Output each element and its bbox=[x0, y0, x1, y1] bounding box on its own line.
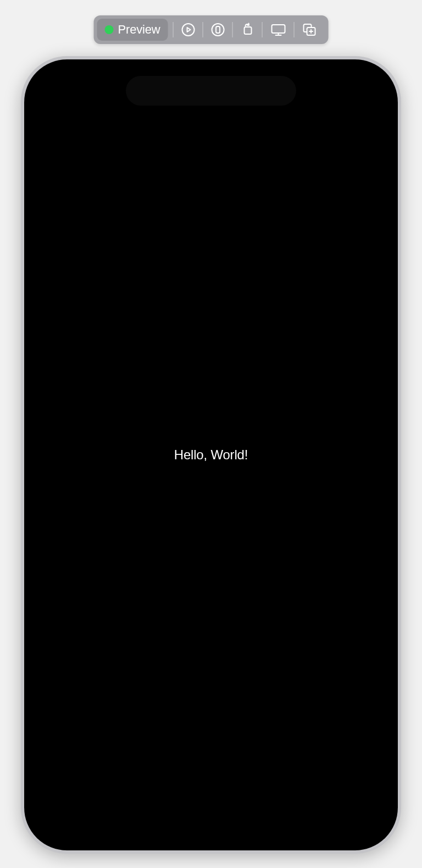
svg-rect-4 bbox=[271, 25, 285, 33]
device-screen[interactable]: Hello, World! bbox=[24, 59, 398, 850]
svg-rect-3 bbox=[244, 27, 251, 34]
run-button[interactable] bbox=[181, 23, 195, 37]
display-icon bbox=[270, 23, 286, 37]
content-text: Hello, World! bbox=[174, 447, 248, 463]
preview-mode-segment: Preview bbox=[97, 19, 174, 41]
run-segment bbox=[173, 19, 203, 41]
device-settings-button[interactable] bbox=[270, 23, 286, 37]
rotate-segment bbox=[232, 19, 262, 41]
rotate-icon bbox=[240, 23, 254, 37]
variants-segment bbox=[203, 19, 232, 41]
svg-point-0 bbox=[182, 24, 194, 36]
device-segment bbox=[262, 19, 294, 41]
preview-toolbar: Preview bbox=[94, 15, 329, 44]
duplicate-segment bbox=[294, 19, 325, 41]
duplicate-preview-button[interactable] bbox=[302, 23, 317, 37]
rotate-button[interactable] bbox=[240, 23, 254, 37]
preview-mode-button[interactable]: Preview bbox=[97, 19, 168, 41]
duplicate-icon bbox=[302, 23, 317, 37]
svg-rect-2 bbox=[216, 26, 220, 33]
device-simulator-frame: Hello, World! bbox=[21, 56, 401, 854]
variants-icon bbox=[210, 23, 225, 37]
status-dot-icon bbox=[105, 25, 114, 34]
preview-mode-label: Preview bbox=[118, 23, 160, 37]
play-circle-icon bbox=[181, 23, 195, 37]
svg-point-1 bbox=[212, 24, 224, 36]
variants-button[interactable] bbox=[210, 23, 225, 37]
